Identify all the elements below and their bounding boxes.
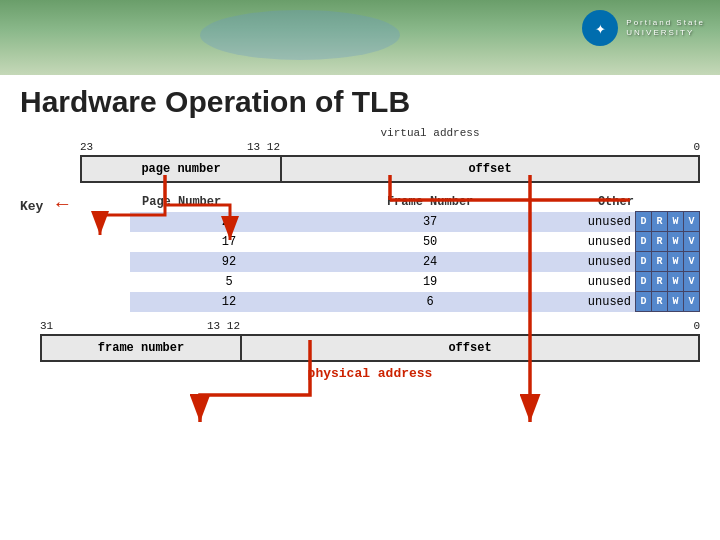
cell-r-flag: R — [652, 292, 668, 312]
pa-num-left: 31 — [40, 320, 60, 332]
pa-boxes: frame number offset — [40, 334, 700, 362]
cell-unused: unused — [532, 292, 635, 312]
main-content: Hardware Operation of TLB virtual addres… — [0, 75, 720, 391]
cell-v-flag: V — [684, 212, 700, 232]
psu-name: Portland State UNIVERSITY — [626, 18, 705, 37]
cell-page: 5 — [130, 272, 328, 292]
cell-unused: unused — [532, 272, 635, 292]
cell-frame: 19 — [328, 272, 532, 292]
key-section: Key ← — [20, 193, 130, 312]
va-num-left: 23 — [80, 141, 100, 153]
cell-frame: 37 — [328, 212, 532, 232]
cell-w-flag: W — [668, 252, 684, 272]
pa-num-mid: 13 12 — [60, 320, 240, 332]
va-num-right: 0 — [280, 141, 700, 153]
cell-unused: unused — [532, 212, 635, 232]
physical-address-diagram: 31 13 12 0 frame number offset physical … — [40, 320, 700, 381]
table-row: 9224unusedDRWV — [130, 252, 700, 272]
cell-v-flag: V — [684, 232, 700, 252]
cell-v-flag: V — [684, 252, 700, 272]
tlb-table: Page Number Frame Number Other 2337unuse… — [130, 193, 700, 312]
cell-r-flag: R — [652, 272, 668, 292]
cell-d-flag: D — [636, 212, 652, 232]
psu-logo: ✦ Portland State UNIVERSITY — [582, 10, 705, 46]
page-title: Hardware Operation of TLB — [20, 85, 700, 119]
psu-icon: ✦ — [582, 10, 618, 46]
va-boxes: page number offset — [80, 155, 700, 183]
tlb-table-wrapper: Page Number Frame Number Other 2337unuse… — [130, 193, 700, 312]
cell-unused: unused — [532, 252, 635, 272]
cell-page: 12 — [130, 292, 328, 312]
cell-w-flag: W — [668, 292, 684, 312]
header-background: ✦ Portland State UNIVERSITY — [0, 0, 720, 75]
va-label: virtual address — [160, 127, 700, 139]
cell-page: 23 — [130, 212, 328, 232]
table-row: 1750unusedDRWV — [130, 232, 700, 252]
cell-frame: 50 — [328, 232, 532, 252]
col-page-number: Page Number — [130, 193, 328, 212]
cell-w-flag: W — [668, 232, 684, 252]
pa-label: physical address — [40, 366, 700, 381]
cell-v-flag: V — [684, 272, 700, 292]
va-box-page: page number — [82, 157, 282, 181]
table-row: 2337unusedDRWV — [130, 212, 700, 232]
cell-r-flag: R — [652, 232, 668, 252]
cell-r-flag: R — [652, 252, 668, 272]
cell-w-flag: W — [668, 212, 684, 232]
cell-v-flag: V — [684, 292, 700, 312]
col-other: Other — [532, 193, 699, 212]
cell-d-flag: D — [636, 272, 652, 292]
table-row: 519unusedDRWV — [130, 272, 700, 292]
cell-d-flag: D — [636, 232, 652, 252]
key-arrow-icon: ← — [56, 193, 68, 216]
table-row: 126unusedDRWV — [130, 292, 700, 312]
cell-frame: 6 — [328, 292, 532, 312]
cell-d-flag: D — [636, 252, 652, 272]
pa-box-offset: offset — [242, 336, 698, 360]
virtual-address-diagram: virtual address 23 13 12 0 page number o… — [80, 127, 700, 183]
key-label: Key ← — [20, 193, 130, 216]
cell-w-flag: W — [668, 272, 684, 292]
key-table-section: Key ← Page Number Frame Number Other 233… — [20, 193, 700, 312]
cell-r-flag: R — [652, 212, 668, 232]
cell-frame: 24 — [328, 252, 532, 272]
va-num-mid: 13 12 — [100, 141, 280, 153]
pa-num-right: 0 — [240, 320, 700, 332]
cell-page: 17 — [130, 232, 328, 252]
col-frame-number: Frame Number — [328, 193, 532, 212]
pa-box-frame: frame number — [42, 336, 242, 360]
cell-d-flag: D — [636, 292, 652, 312]
cell-unused: unused — [532, 232, 635, 252]
cell-page: 92 — [130, 252, 328, 272]
psu-name-line1: Portland State — [626, 18, 705, 28]
va-box-offset: offset — [282, 157, 698, 181]
psu-name-line2: UNIVERSITY — [626, 28, 705, 38]
